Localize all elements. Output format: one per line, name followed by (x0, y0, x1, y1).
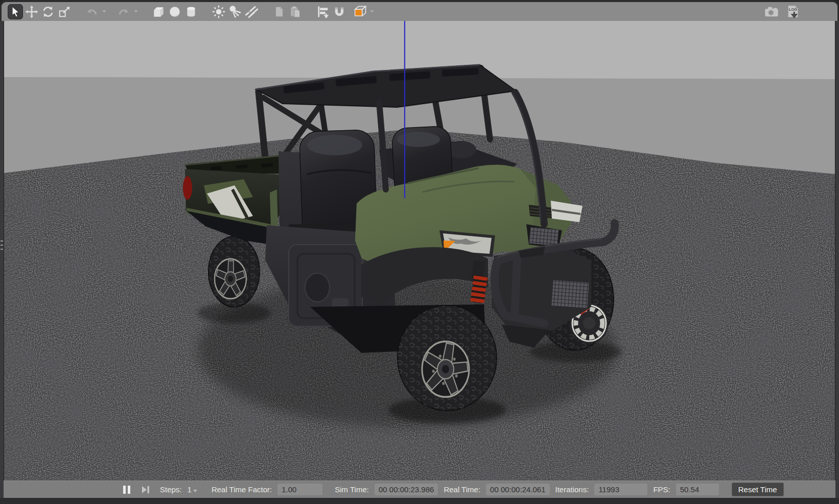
chevron-down-icon (370, 10, 374, 13)
chevron-down-icon (134, 10, 138, 13)
real-time-value: 00 00:00:24.061 (486, 484, 549, 495)
sim-time-label: Sim Time: (335, 485, 369, 494)
undo-history-button[interactable] (101, 4, 108, 19)
taillight (183, 176, 192, 200)
reset-time-button[interactable]: Reset Time (732, 483, 784, 496)
spot-light-button[interactable] (227, 4, 243, 19)
scale-icon (58, 5, 71, 18)
undo-button[interactable] (84, 4, 100, 19)
step-icon (141, 485, 150, 494)
undo-icon (85, 5, 99, 18)
paste-icon (289, 5, 302, 18)
steps-label: Steps: (160, 485, 182, 494)
fps-label: FPS: (653, 485, 670, 494)
real-time-label: Real Time: (444, 485, 480, 494)
align-icon (316, 5, 330, 19)
point-light-icon (212, 5, 226, 19)
translate-tool-button[interactable] (24, 4, 39, 19)
copy-button[interactable] (271, 4, 287, 19)
rotate-icon (41, 5, 55, 18)
iterations-value: 11993 (594, 484, 647, 495)
box-icon (152, 5, 165, 18)
sphere-tool-button[interactable] (167, 4, 182, 19)
select-tool-button[interactable] (8, 4, 23, 19)
chevron-down-icon (193, 490, 197, 492)
log-icon: LOG (786, 5, 800, 19)
directional-light-button[interactable] (244, 4, 259, 19)
select-arrow-icon (9, 6, 21, 18)
iterations-label: Iterations: (555, 485, 589, 494)
view-angle-menu-button[interactable] (368, 4, 376, 19)
pause-button[interactable] (123, 486, 130, 494)
sphere-icon (168, 5, 181, 18)
sim-time-value: 00 00:00:23.986 (375, 484, 438, 495)
toolbar: LOG (2, 2, 837, 21)
gazebo-window: LOG (0, 0, 839, 504)
redo-icon (117, 5, 130, 18)
paste-button[interactable] (288, 4, 303, 19)
pause-icon (123, 486, 126, 494)
rear-left-wheel (208, 236, 260, 307)
redo-button[interactable] (116, 4, 131, 19)
scale-tool-button[interactable] (57, 4, 72, 19)
front-left-wheel (398, 305, 497, 411)
camera-icon (764, 5, 779, 18)
scene-render (4, 21, 835, 481)
window-frame-bottom (0, 498, 839, 504)
chevron-down-icon (102, 10, 106, 13)
redo-history-button[interactable] (132, 4, 139, 19)
bed-green-trim (270, 189, 278, 226)
copy-icon (272, 5, 286, 18)
pause-icon (128, 486, 130, 494)
point-light-button[interactable] (211, 4, 226, 19)
bumper-mesh (551, 280, 589, 308)
fps-value: 50.54 (676, 484, 719, 495)
view-angle-cube-icon (352, 4, 367, 19)
window-frame-left (0, 21, 4, 504)
view-angle-button[interactable] (352, 4, 367, 19)
cylinder-icon (184, 5, 198, 18)
rotate-tool-button[interactable] (40, 4, 56, 19)
window-frame-right (835, 21, 839, 504)
box-tool-button[interactable] (151, 4, 166, 19)
align-tool-button[interactable] (315, 4, 331, 19)
rtf-value: 1.00 (277, 484, 322, 495)
viewport-3d[interactable] (4, 21, 835, 481)
spot-light-icon (228, 5, 242, 19)
panel-splitter-handle[interactable] (1, 239, 3, 252)
step-button[interactable] (141, 485, 150, 494)
log-label: LOG (789, 7, 797, 11)
magnet-icon (332, 5, 346, 19)
rtf-label: Real Time Factor: (212, 485, 272, 494)
steps-value[interactable]: 1 (188, 485, 197, 494)
simulation-statusbar: Steps: 1 Real Time Factor: 1.00 Sim Time… (4, 481, 835, 498)
cylinder-tool-button[interactable] (183, 4, 199, 19)
translate-icon (25, 5, 38, 18)
log-record-button[interactable]: LOG (785, 4, 801, 19)
snap-tool-button[interactable] (332, 4, 347, 19)
directional-light-icon (244, 5, 259, 19)
screenshot-button[interactable] (764, 4, 779, 19)
